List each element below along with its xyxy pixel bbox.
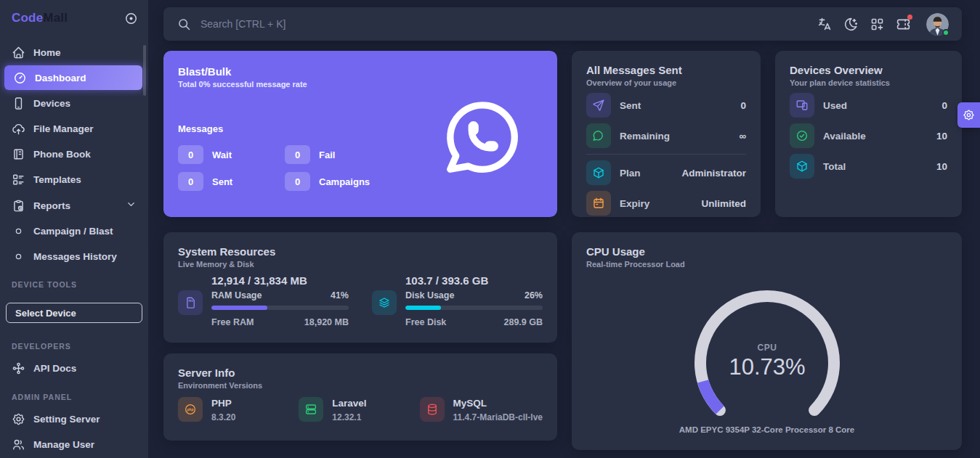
home-icon (12, 46, 25, 60)
stat-label: Fail (319, 150, 335, 160)
search-input[interactable] (199, 17, 504, 30)
search-bar (177, 17, 816, 32)
devices-card-subtitle: Your plan device statistics (790, 78, 947, 87)
sidebar-item-api-docs[interactable]: API Docs (0, 356, 148, 380)
disk-value: 103.7 / 393.6 GB (405, 274, 543, 287)
sidebar-item-campaign-blast[interactable]: Campaign / Blast (0, 218, 148, 243)
row-plan: Plan Administrator (586, 160, 746, 185)
blast-stat-wait: 0 Wait (178, 145, 232, 164)
dashboard-screen: CodeMall Home Dashboard Devices File Man… (0, 0, 980, 458)
cube-icon (586, 160, 611, 185)
brand-code: Code (12, 11, 43, 25)
admin-panel-header: ADMIN PANEL (12, 393, 72, 401)
disk-progress-track (405, 306, 543, 310)
select-device-label: Select Device (15, 308, 76, 319)
gear-icon (963, 109, 975, 121)
ram-value: 12,914 / 31,834 MB (211, 274, 349, 287)
row-label: Used (823, 100, 847, 111)
disk-usage-label: Disk Usage (405, 290, 454, 300)
server-item-name: PHP (211, 398, 235, 409)
disk-progress-fill (405, 306, 441, 310)
chevron-down-icon (126, 199, 137, 212)
server-icon (299, 397, 323, 422)
circle-bullet-icon (13, 251, 24, 262)
row-expiry: Expiry Unlimited (586, 191, 746, 216)
divider (586, 154, 746, 155)
topbar (163, 7, 962, 41)
blast-subtitle: Total 0% successful message rate (178, 80, 543, 89)
server-item-version: 11.4.7-MariaDB-cll-lve (453, 412, 543, 422)
brand-logo[interactable]: CodeMall (12, 11, 68, 25)
stat-value: 0 (178, 145, 203, 164)
topbar-actions (816, 13, 949, 36)
blast-stat-fail: 0 Fail (285, 145, 335, 164)
cloud-upload-icon (12, 122, 25, 136)
users-icon (12, 438, 25, 451)
server-item-laravel: Laravel 12.32.1 (299, 397, 419, 422)
sidebar-item-messages-history[interactable]: Messages History (0, 244, 148, 269)
dark-mode-icon[interactable] (842, 15, 859, 33)
sidebar-collapse-toggle-icon[interactable] (124, 12, 138, 25)
device-tools-header: DEVICE TOOLS (12, 280, 77, 289)
sidebar-item-setting-server[interactable]: Setting Server (0, 406, 148, 431)
blast-stat-campaigns: 0 Campaigns (285, 172, 370, 191)
row-label: Expiry (620, 198, 649, 209)
sidebar-item-reports[interactable]: Reports (0, 193, 148, 218)
row-value: 10 (936, 131, 947, 142)
theme-customizer-button[interactable] (957, 102, 980, 128)
row-value: Administrator (681, 168, 746, 179)
server-subtitle: Environment Versions (178, 381, 543, 390)
message-circle-icon (586, 123, 611, 148)
select-device-dropdown[interactable]: Select Device (6, 303, 142, 323)
sidebar-item-label: File Manager (33, 123, 94, 134)
user-avatar[interactable] (926, 13, 949, 36)
row-label: Total (823, 161, 846, 172)
blast-title: Blast/Bulk (178, 65, 543, 78)
blast-bulk-card: Blast/Bulk Total 0% successful message r… (163, 51, 557, 217)
row-value: 10 (936, 161, 947, 172)
messages-card-title: All Messages Sent (586, 64, 746, 76)
sidebar-item-label: Dashboard (35, 73, 86, 83)
gauge-value: 10.73% (680, 354, 854, 380)
sidebar-item-templates[interactable]: Templates (0, 167, 148, 192)
search-icon (177, 17, 192, 32)
sidebar-item-file-manager[interactable]: File Manager (0, 116, 148, 141)
system-resources-card: System Resources Live Memory & Disk 12,9… (163, 232, 557, 343)
sidebar-item-label: Campaign / Blast (33, 226, 113, 237)
row-used: Used 0 (790, 93, 947, 118)
sidebar-item-phone-book[interactable]: Phone Book (0, 142, 148, 166)
server-title: Server Info (178, 367, 543, 379)
sidebar-item-label: Devices (33, 98, 70, 109)
sidebar: CodeMall Home Dashboard Devices File Man… (0, 0, 148, 458)
language-icon[interactable] (816, 15, 833, 33)
row-value: 0 (740, 100, 746, 111)
shortcuts-grid-icon[interactable] (868, 15, 886, 33)
gauge-value-arc (703, 381, 720, 410)
dashboard-icon (13, 71, 27, 85)
layers-icon (372, 290, 397, 315)
stat-value: 0 (178, 172, 203, 191)
row-value: 0 (941, 100, 947, 111)
sidebar-item-manage-user[interactable]: Manage User (0, 432, 148, 457)
disk-column: 103.7 / 393.6 GB Disk Usage 26% Free Dis… (372, 274, 543, 327)
server-item-name: Laravel (332, 398, 366, 409)
free-ram-value: 18,920 MB (304, 317, 349, 327)
brand: CodeMall (0, 7, 148, 29)
memory-card-icon (178, 290, 203, 315)
sidebar-item-devices[interactable]: Devices (0, 91, 148, 115)
sidebar-scrollbar[interactable] (143, 45, 146, 96)
api-icon (12, 361, 25, 375)
sidebar-item-dashboard[interactable]: Dashboard (4, 65, 142, 90)
php-icon: php (178, 397, 203, 422)
row-value: Unlimited (701, 198, 746, 209)
notifications-icon[interactable] (894, 15, 912, 33)
stat-value: 0 (285, 172, 310, 191)
row-label: Available (823, 131, 866, 142)
row-label: Remaining (620, 131, 670, 142)
server-item-version: 8.3.20 (211, 412, 235, 422)
sidebar-item-home[interactable]: Home (0, 40, 148, 65)
sidebar-item-label: API Docs (33, 363, 76, 374)
free-ram-label: Free RAM (211, 317, 254, 327)
free-disk-label: Free Disk (405, 317, 446, 327)
gear-icon (12, 412, 25, 426)
